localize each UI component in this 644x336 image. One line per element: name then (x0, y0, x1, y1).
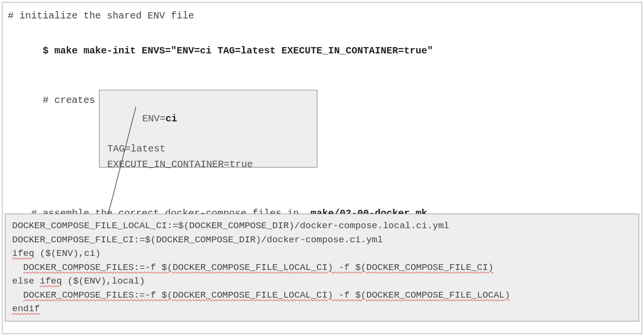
env-line-exec: EXECUTE_IN_CONTAINER=true (107, 157, 309, 172)
indent-2 (12, 290, 23, 301)
makefile-line-2: DOCKER_COMPOSE_FILE_CI:=$(DOCKER_COMPOSE… (12, 233, 632, 247)
comment-init: # initialize the shared ENV file (8, 9, 636, 23)
endif-keyword: endif (12, 303, 40, 314)
elseifeq-cond: ($(ENV),local) (62, 276, 145, 286)
shell-prompt: $ (43, 45, 54, 56)
assign-2-text: DOCKER_COMPOSE_FILES:=-f $(DOCKER_COMPOS… (23, 290, 510, 301)
makefile-code-box: DOCKER_COMPOSE_FILE_LOCAL_CI:=$(DOCKER_C… (5, 214, 639, 321)
env-line-tag: TAG=latest (107, 142, 309, 156)
makefile-endif: endif (12, 302, 632, 316)
makefile-elseifeq: else ifeq ($(ENV),local) (12, 274, 632, 288)
indent (12, 262, 23, 273)
env-file-box: ENV=ci TAG=latest EXECUTE_IN_CONTAINER=t… (99, 90, 317, 168)
assign-1-text: DOCKER_COMPOSE_FILES:=-f $(DOCKER_COMPOS… (23, 262, 494, 273)
make-command-line: $ make make-init ENVS="ENV=ci TAG=latest… (8, 29, 636, 73)
ifeq-keyword: ifeq (12, 248, 34, 259)
makefile-line-1: DOCKER_COMPOSE_FILE_LOCAL_CI:=$(DOCKER_C… (12, 219, 632, 233)
makefile-assign-1: DOCKER_COMPOSE_FILES:=-f $(DOCKER_COMPOS… (12, 261, 632, 275)
env-key: ENV= (142, 113, 165, 124)
env-line-env: ENV=ci (107, 97, 309, 141)
env-value-ci: ci (165, 113, 177, 124)
makefile-ifeq: ifeq ($(ENV),ci) (12, 247, 632, 261)
elseifeq-keyword: ifeq (40, 276, 62, 286)
else-keyword: else (12, 276, 40, 286)
makefile-assign-2: DOCKER_COMPOSE_FILES:=-f $(DOCKER_COMPOS… (12, 288, 632, 302)
ifeq-cond: ($(ENV),ci) (34, 248, 101, 259)
make-command: make make-init ENVS="ENV=ci TAG=latest E… (54, 45, 433, 56)
